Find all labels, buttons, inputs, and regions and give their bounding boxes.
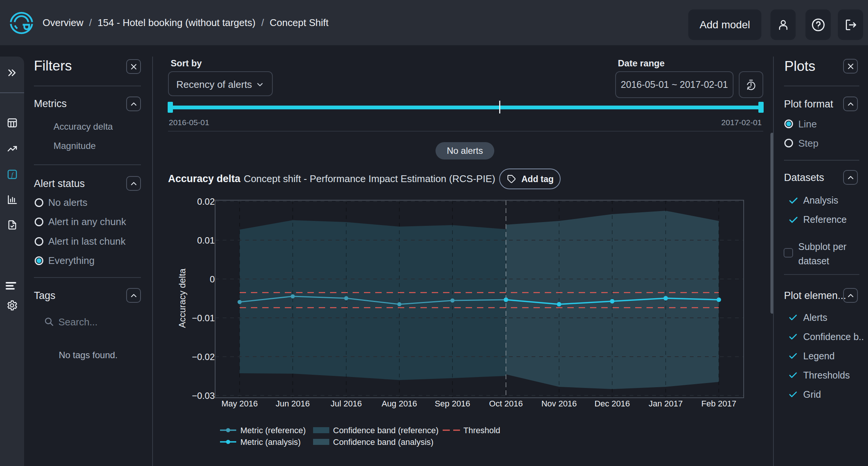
svg-text:Threshold: Threshold (463, 426, 500, 435)
svg-text:0: 0 (210, 274, 215, 284)
svg-text:Accuracy delta: Accuracy delta (177, 268, 187, 328)
svg-text:Jul 2016: Jul 2016 (330, 399, 362, 408)
svg-text:0.02: 0.02 (197, 196, 215, 207)
svg-text:Oct 2016: Oct 2016 (489, 399, 523, 408)
svg-text:Feb 2017: Feb 2017 (701, 399, 737, 408)
svg-text:−0.02: −0.02 (192, 352, 215, 362)
svg-text:−0.03: −0.03 (192, 391, 215, 401)
svg-text:Confidence band (reference): Confidence band (reference) (333, 426, 439, 435)
svg-text:Dec 2016: Dec 2016 (594, 399, 630, 408)
svg-text:Sep 2016: Sep 2016 (435, 399, 470, 408)
svg-text:f: f (11, 171, 14, 178)
svg-text:Aug 2016: Aug 2016 (382, 399, 417, 408)
svg-text:May 2016: May 2016 (222, 399, 258, 408)
svg-text:−0.01: −0.01 (192, 313, 215, 323)
svg-text:Jan 2017: Jan 2017 (649, 399, 683, 408)
svg-text:0.01: 0.01 (197, 235, 215, 245)
svg-text:Nov 2016: Nov 2016 (541, 399, 577, 408)
svg-text:Metric (reference): Metric (reference) (240, 426, 306, 435)
svg-text:Confidence band (analysis): Confidence band (analysis) (333, 437, 434, 447)
svg-text:Jun 2016: Jun 2016 (276, 399, 310, 408)
svg-text:Metric (analysis): Metric (analysis) (240, 437, 301, 447)
